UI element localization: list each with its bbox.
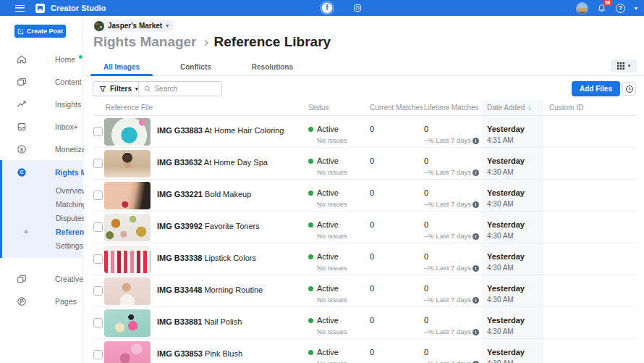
- active-status-dot-icon: [308, 191, 313, 196]
- sidebar-item-pages[interactable]: Pages: [0, 290, 82, 312]
- help-icon[interactable]: [616, 4, 625, 13]
- info-icon[interactable]: [473, 138, 479, 144]
- lifetime-matches-cell: 0 –% Last 7 days: [424, 243, 482, 272]
- sidebar-item-label: Home: [55, 55, 75, 64]
- tab-label: Conflicts: [180, 63, 211, 71]
- row-checkbox[interactable]: [93, 350, 103, 359]
- reference-image-thumbnail[interactable]: [104, 278, 151, 305]
- instagram-platform-button[interactable]: [353, 4, 362, 12]
- reference-image-thumbnail[interactable]: [104, 309, 151, 337]
- column-header-lifetime-matches[interactable]: Lifetime Matches: [424, 100, 482, 115]
- date-added-value: Yesterday: [487, 284, 543, 293]
- page-selector[interactable]: Jasper's Market: [93, 20, 174, 32]
- reference-file-name[interactable]: IMG B33632 At Home Day Spa: [151, 148, 308, 167]
- date-added-value: Yesterday: [487, 157, 543, 165]
- column-header-status[interactable]: Status: [308, 100, 370, 115]
- lifetime-matches-cell: 0 –% Last 7 days: [424, 212, 482, 240]
- view-options-button[interactable]: [611, 59, 637, 72]
- row-checkbox[interactable]: [93, 159, 103, 168]
- sidebar-item-rights-manager[interactable]: C Rights Manager: [2, 161, 82, 183]
- reference-file-name[interactable]: IMG G33221 Bold Makeup: [151, 180, 308, 199]
- info-icon[interactable]: [473, 201, 479, 208]
- thumbnail-cell: [104, 243, 151, 273]
- hamburger-menu-icon[interactable]: [15, 5, 25, 12]
- reference-file-name[interactable]: IMG B33881 Nail Polish: [151, 307, 308, 326]
- reference-file-name[interactable]: IMG G33853 Pink Blush: [151, 339, 308, 358]
- filters-button[interactable]: Filters: [93, 81, 145, 96]
- sidebar-subitem-disputes[interactable]: Disputes: [2, 211, 82, 225]
- file-id: IMG G33221: [157, 190, 203, 199]
- file-title: Nail Polish: [204, 317, 242, 326]
- notification-count-badge: 98: [603, 0, 612, 6]
- reference-image-thumbnail[interactable]: [104, 182, 151, 209]
- file-title: Bold Makeup: [205, 190, 251, 199]
- info-icon[interactable]: [473, 329, 479, 335]
- status-note: No issues: [317, 200, 370, 208]
- sidebar-item-insights[interactable]: Insights: [0, 93, 82, 115]
- table-row: IMG G33883 At Home Hair Coloring Active …: [93, 116, 636, 148]
- column-header-custom-id[interactable]: Custom ID: [543, 100, 636, 115]
- date-added-cell: Yesterday 4:30 AM: [482, 275, 543, 306]
- current-matches-value: 0: [370, 116, 424, 133]
- sidebar-subitem-matching-images[interactable]: Matching Images: [2, 197, 82, 211]
- reference-file-name[interactable]: IMG B33338 Lipstick Colors: [151, 243, 308, 262]
- lifetime-trend-note: –% Last 7 days: [424, 200, 471, 208]
- create-post-button[interactable]: Create Post: [14, 25, 66, 38]
- date-added-cell: Yesterday 4:30 AM: [482, 243, 543, 275]
- reference-image-thumbnail[interactable]: [104, 118, 151, 146]
- tab-resolutions[interactable]: Resolutions: [243, 58, 302, 75]
- row-checkbox[interactable]: [93, 318, 103, 327]
- reference-file-name[interactable]: IMG G33992 Favorite Toners: [151, 212, 308, 230]
- info-icon[interactable]: [473, 233, 479, 240]
- column-header-current-matches[interactable]: Current Matches: [370, 100, 424, 115]
- row-checkbox[interactable]: [93, 191, 103, 200]
- search-input[interactable]: [154, 85, 216, 93]
- sidebar-item-monetization[interactable]: $ Monetization: [0, 138, 82, 160]
- sidebar-subitem-settings[interactable]: Settings: [2, 238, 82, 252]
- tab-conflicts[interactable]: Conflicts: [171, 58, 220, 75]
- date-added-cell: Yesterday 4:30 AM: [482, 307, 543, 338]
- column-header-label: Date Added: [487, 104, 525, 112]
- reference-image-thumbnail[interactable]: [104, 341, 151, 363]
- sidebar-subitem-overview[interactable]: Overview: [2, 183, 82, 197]
- status-note: No issues: [317, 264, 370, 272]
- sidebar-item-inbox[interactable]: Inbox+: [0, 115, 82, 138]
- reference-file-name[interactable]: IMG B33448 Morning Routine: [151, 275, 308, 294]
- tab-all-images[interactable]: All Images: [95, 58, 148, 75]
- sidebar-subitem-reference-library[interactable]: Reference Library: [2, 225, 82, 238]
- notifications-button[interactable]: 98: [597, 4, 606, 13]
- info-icon[interactable]: [473, 297, 479, 304]
- row-checkbox[interactable]: [93, 127, 103, 136]
- row-checkbox[interactable]: [93, 222, 103, 232]
- status-text: Active: [317, 284, 339, 293]
- date-added-value: Yesterday: [487, 188, 543, 197]
- facebook-platform-button[interactable]: [320, 1, 334, 15]
- file-id: IMG B33632: [157, 158, 202, 167]
- column-header-date-added[interactable]: Date Added: [482, 100, 543, 115]
- reference-image-thumbnail[interactable]: [104, 246, 151, 273]
- thumbnail-cell: [104, 275, 151, 305]
- reference-image-thumbnail[interactable]: [104, 150, 151, 178]
- file-title: At Home Day Spa: [204, 158, 268, 167]
- create-post-label: Create Post: [27, 28, 63, 35]
- account-menu-caret-icon[interactable]: [635, 5, 637, 12]
- breadcrumb-parent[interactable]: Rights Manager: [93, 34, 197, 50]
- date-added-value: Yesterday: [487, 252, 543, 261]
- lifetime-matches-cell: 0 –% Last 7 days: [424, 116, 482, 144]
- reference-image-thumbnail[interactable]: [104, 214, 151, 241]
- top-navigation-bar: Creator Studio 98: [0, 0, 644, 16]
- column-header-reference-file[interactable]: Reference File: [93, 100, 308, 115]
- user-avatar[interactable]: [577, 3, 588, 14]
- sidebar-item-content-library[interactable]: Content Library: [0, 70, 82, 93]
- row-checkbox[interactable]: [93, 254, 103, 264]
- info-icon[interactable]: [473, 265, 479, 272]
- row-checkbox[interactable]: [93, 286, 103, 296]
- facebook-icon: [322, 3, 332, 13]
- history-button[interactable]: [622, 82, 636, 96]
- sidebar-item-creative-tools[interactable]: Creative Tools: [0, 267, 82, 290]
- reference-file-name[interactable]: IMG G33883 At Home Hair Coloring: [151, 116, 308, 135]
- sidebar-item-home[interactable]: Home: [0, 48, 82, 70]
- add-files-button[interactable]: Add Files: [572, 81, 620, 96]
- table-body: IMG G33883 At Home Hair Coloring Active …: [93, 116, 636, 363]
- info-icon[interactable]: [473, 170, 479, 176]
